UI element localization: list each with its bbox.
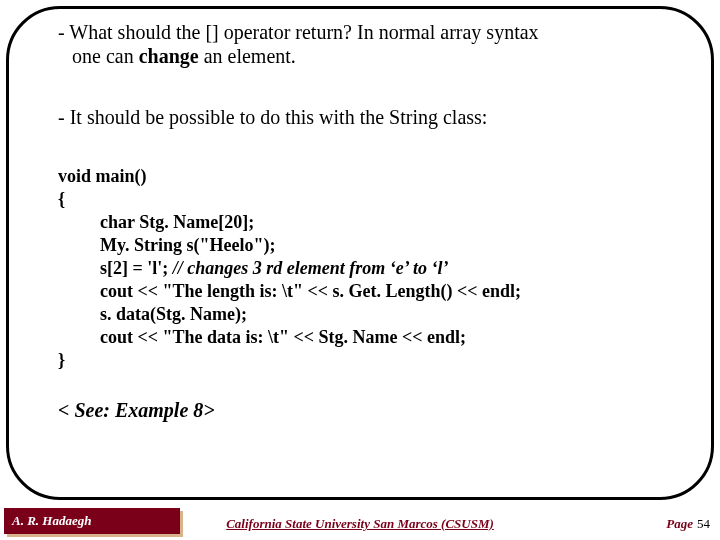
see-example-link: < See: Example 8> <box>58 398 662 422</box>
code-text: s[2] = 'l'; <box>100 258 173 278</box>
paragraph-1: - What should the [] operator return? In… <box>58 20 662 69</box>
footer-page: Page54 <box>666 516 710 532</box>
code-line: char Stg. Name[20]; <box>58 211 662 234</box>
slide-content: - What should the [] operator return? In… <box>58 20 662 423</box>
para1-line2: one can change an element. <box>58 44 662 68</box>
code-line: cout << "The length is: \t" << s. Get. L… <box>58 280 662 303</box>
para1-line2-pre: one can <box>72 45 139 67</box>
code-comment: // changes 3 rd element from ‘e’ to ‘l’ <box>173 258 449 278</box>
code-line: s. data(Stg. Name); <box>58 303 662 326</box>
code-line: { <box>58 188 662 211</box>
para1-line2-bold: change <box>139 45 199 67</box>
code-line: void main() <box>58 165 662 188</box>
slide: - What should the [] operator return? In… <box>0 0 720 540</box>
code-line: s[2] = 'l'; // changes 3 rd element from… <box>58 257 662 280</box>
footer-page-label: Page <box>666 516 693 531</box>
code-line: My. String s("Heelo"); <box>58 234 662 257</box>
footer: A. R. Hadaegh California State Universit… <box>0 506 720 540</box>
code-line: cout << "The data is: \t" << Stg. Name <… <box>58 326 662 349</box>
footer-org: California State University San Marcos (… <box>0 516 720 532</box>
code-line: } <box>58 349 662 372</box>
para1-line1: - What should the [] operator return? In… <box>58 20 662 44</box>
footer-page-number: 54 <box>697 516 710 531</box>
paragraph-2: - It should be possible to do this with … <box>58 105 662 129</box>
para1-line2-post: an element. <box>199 45 296 67</box>
code-block: void main() { char Stg. Name[20]; My. St… <box>58 165 662 372</box>
